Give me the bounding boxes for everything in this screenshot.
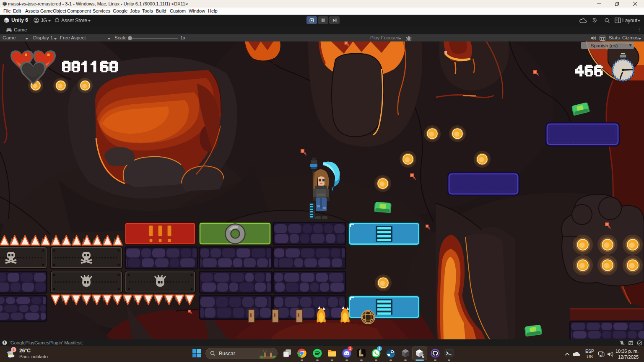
svg-text:Spanish (es): Spanish (es): [591, 43, 618, 48]
svg-text:6: 6: [422, 354, 424, 359]
